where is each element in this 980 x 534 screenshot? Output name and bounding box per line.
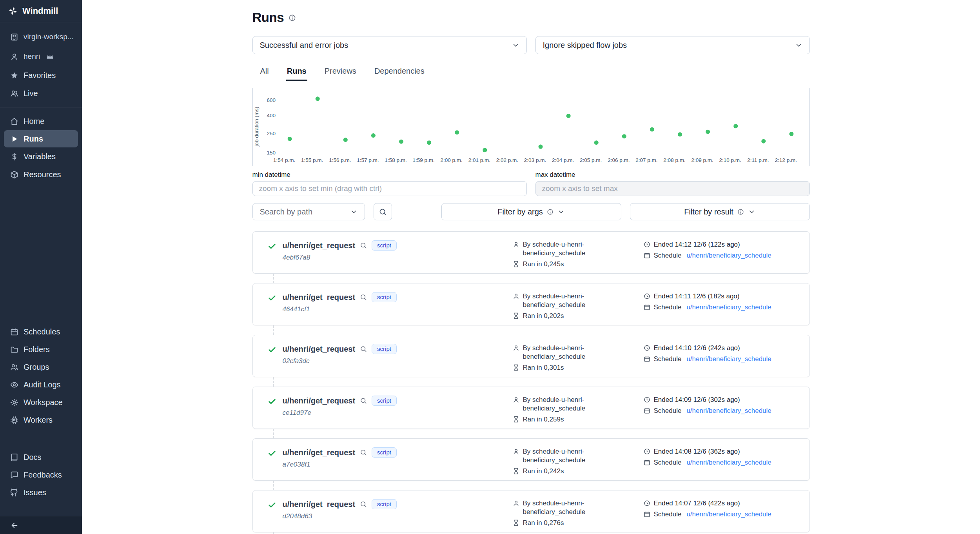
success-check-icon	[268, 449, 276, 458]
min-datetime-input[interactable]	[252, 181, 527, 196]
filter-by-args-button[interactable]: Filter by args	[441, 203, 621, 220]
calendar-icon	[644, 459, 650, 466]
schedule-link[interactable]: u/henri/beneficiary_schedule	[686, 355, 771, 363]
run-path-link[interactable]: u/henri/get_request	[283, 448, 356, 457]
sidebar-item-live[interactable]: Live	[0, 84, 82, 102]
search-button[interactable]	[374, 203, 392, 220]
workspace-selector[interactable]: virgin-worksp...	[0, 27, 82, 47]
clock-icon	[644, 448, 650, 455]
tab-all[interactable]: All	[260, 64, 270, 81]
inspect-run-icon[interactable]	[360, 397, 367, 404]
skipped-filter-value: Ignore skipped flow jobs	[543, 41, 627, 50]
user-menu[interactable]: henri	[0, 47, 82, 66]
sidebar-item-resources[interactable]: Resources	[0, 165, 82, 183]
sidebar-item-groups[interactable]: Groups	[0, 358, 82, 376]
inspect-run-icon[interactable]	[360, 449, 367, 456]
chart-point	[287, 137, 292, 141]
sidebar-item-label: Docs	[24, 453, 42, 462]
brand[interactable]: Windmill	[0, 0, 82, 22]
search-by-path-select[interactable]: Search by path	[252, 203, 365, 220]
collapse-sidebar-button[interactable]	[0, 516, 82, 534]
run-card[interactable]: u/henri/get_request script 4ebf67a8 By s…	[252, 231, 810, 274]
schedule-label: Schedule	[654, 355, 682, 363]
sidebar-item-feedbacks[interactable]: Feedbacks	[0, 466, 82, 484]
chart-point	[706, 130, 710, 134]
filter-by-result-button[interactable]: Filter by result	[630, 203, 810, 220]
search-icon	[379, 208, 387, 216]
timeline-connector	[273, 377, 274, 387]
timeline-connector	[273, 274, 274, 283]
run-card[interactable]: u/henri/get_request script 46441cf1 By s…	[252, 283, 810, 325]
run-card[interactable]: u/henri/get_request script 02cfa3dc By s…	[252, 335, 810, 377]
tab-dependencies[interactable]: Dependencies	[374, 64, 425, 81]
run-id: a7e038f1	[283, 461, 513, 469]
status-filter-value: Successful and error jobs	[260, 41, 348, 50]
sidebar-item-runs[interactable]: Runs	[4, 130, 78, 147]
schedule-link[interactable]: u/henri/beneficiary_schedule	[686, 510, 771, 519]
schedule-link[interactable]: u/henri/beneficiary_schedule	[686, 303, 771, 312]
chart-point	[566, 114, 570, 118]
success-check-icon	[268, 294, 276, 302]
sidebar-item-label: Audit Logs	[24, 380, 61, 389]
schedule-link[interactable]: u/henri/beneficiary_schedule	[686, 407, 771, 415]
chevron-down-icon	[557, 208, 565, 216]
run-card[interactable]: u/henri/get_request script d2048d63 By s…	[252, 490, 810, 532]
run-path-link[interactable]: u/henri/get_request	[283, 500, 356, 509]
run-path-link[interactable]: u/henri/get_request	[283, 345, 356, 354]
job-duration-chart[interactable]: 600400250150job duration (ms)1:54 p.m.1:…	[252, 88, 810, 166]
schedule-link[interactable]: u/henri/beneficiary_schedule	[686, 251, 771, 260]
status-filter-select[interactable]: Successful and error jobs	[252, 36, 527, 54]
schedule-link[interactable]: u/henri/beneficiary_schedule	[686, 458, 771, 467]
sidebar-item-issues[interactable]: Issues	[0, 484, 82, 501]
sidebar-item-workers[interactable]: Workers	[0, 411, 82, 429]
run-path-link[interactable]: u/henri/get_request	[283, 241, 356, 250]
page-title: Runs	[252, 10, 284, 25]
sidebar-item-folders[interactable]: Folders	[0, 341, 82, 358]
inspect-run-icon[interactable]	[360, 242, 367, 249]
chart-point	[789, 132, 793, 136]
hourglass-icon	[513, 364, 519, 371]
max-datetime-input[interactable]	[535, 181, 810, 196]
sidebar-item-audit-logs[interactable]: Audit Logs	[0, 376, 82, 394]
svg-text:250: 250	[267, 131, 276, 136]
chart-point	[538, 145, 543, 149]
sidebar-item-docs[interactable]: Docs	[0, 449, 82, 466]
run-duration: Ran in 0,245s	[523, 260, 564, 269]
sidebar-item-home[interactable]: Home	[0, 112, 82, 130]
inspect-run-icon[interactable]	[360, 294, 367, 301]
chart-point	[399, 140, 403, 144]
info-icon[interactable]	[289, 14, 296, 22]
svg-text:2:03 p.m.: 2:03 p.m.	[524, 157, 546, 163]
skipped-filter-select[interactable]: Ignore skipped flow jobs	[535, 36, 810, 54]
svg-text:2:04 p.m.: 2:04 p.m.	[552, 157, 573, 163]
script-badge: script	[372, 499, 397, 509]
sidebar-item-favorites[interactable]: Favorites	[0, 66, 82, 84]
sidebar-item-label: Folders	[24, 345, 50, 354]
runs-list: u/henri/get_request script 4ebf67a8 By s…	[252, 231, 810, 534]
success-check-icon	[268, 397, 276, 406]
info-icon	[737, 209, 744, 215]
svg-text:2:11 p.m.: 2:11 p.m.	[747, 157, 769, 163]
svg-text:1:59 p.m.: 1:59 p.m.	[412, 157, 434, 163]
superadmin-crown-icon	[46, 53, 54, 61]
success-check-icon	[268, 501, 276, 509]
ended-at: Ended 14:10 12/6 (242s ago)	[654, 344, 740, 352]
run-path-link[interactable]: u/henri/get_request	[283, 396, 356, 405]
inspect-run-icon[interactable]	[360, 501, 367, 508]
inspect-run-icon[interactable]	[360, 345, 367, 352]
filter-by-result-label: Filter by result	[684, 207, 733, 216]
tab-runs[interactable]: Runs	[286, 64, 307, 81]
tab-previews[interactable]: Previews	[324, 64, 357, 81]
svg-text:2:05 p.m.: 2:05 p.m.	[580, 157, 602, 163]
run-card[interactable]: u/henri/get_request script a7e038f1 By s…	[252, 438, 810, 481]
sidebar-item-label: Resources	[24, 170, 61, 179]
sidebar-item-variables[interactable]: Variables	[0, 147, 82, 165]
run-path-link[interactable]: u/henri/get_request	[283, 293, 356, 302]
script-badge: script	[372, 292, 397, 302]
run-card[interactable]: u/henri/get_request script ce11d97e By s…	[252, 387, 810, 429]
sidebar-item-workspace[interactable]: Workspace	[0, 394, 82, 411]
schedule-label: Schedule	[654, 510, 682, 519]
calendar-icon	[644, 511, 650, 518]
tabs: All Runs Previews Dependencies	[252, 64, 810, 81]
sidebar-item-schedules[interactable]: Schedules	[0, 323, 82, 341]
